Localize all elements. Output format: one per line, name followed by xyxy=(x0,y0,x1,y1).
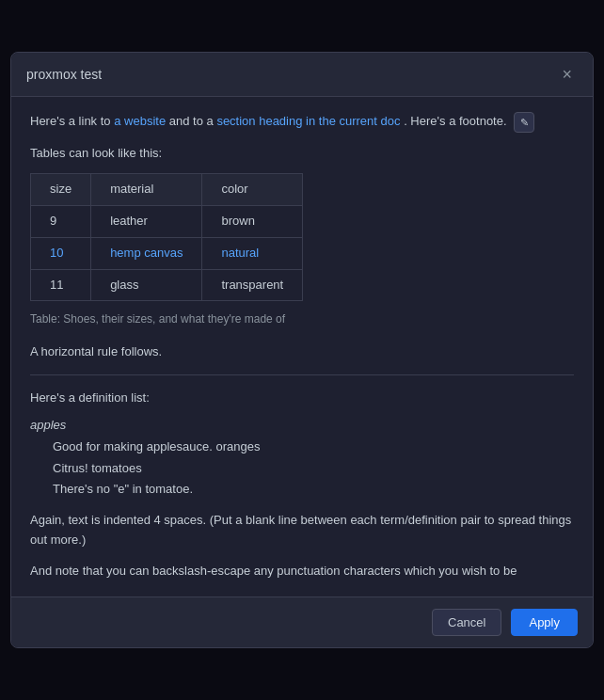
cell-size-11: 11 xyxy=(31,269,91,301)
cell-color-brown: brown xyxy=(202,205,303,237)
def-desc-tomato: There's no "e" in tomatoe. xyxy=(30,480,574,500)
note-text: Again, text is indented 4 spaces. (Put a… xyxy=(30,511,574,550)
def-term-apples: apples xyxy=(30,416,574,436)
table-row: 9 leather brown xyxy=(31,205,303,237)
modal-title: proxmox test xyxy=(26,67,102,82)
col-material: material xyxy=(91,174,202,206)
def-desc-apples: Good for making applesauce. oranges xyxy=(30,438,574,457)
shoes-table: size material color 9 leather brown 10 h… xyxy=(30,173,303,301)
tables-label: Tables can look like this: xyxy=(30,144,574,164)
table-caption: Table: Shoes, their sizes, and what they… xyxy=(30,310,574,328)
cell-size-10: 10 xyxy=(31,237,91,269)
horizontal-divider xyxy=(30,374,574,375)
def-desc-citrus: Citrus! tomatoes xyxy=(30,459,574,479)
table-header-row: size material color xyxy=(31,174,303,206)
close-button[interactable]: × xyxy=(556,64,578,85)
modal-body: Here's a link to a website and to a sect… xyxy=(11,97,593,596)
def-list-label: Here's a definition list: xyxy=(30,389,574,408)
website-link[interactable]: a website xyxy=(114,115,166,129)
cell-material-hemp: hemp canvas xyxy=(91,237,202,269)
cell-size-9: 9 xyxy=(31,205,91,237)
table-row: 10 hemp canvas natural xyxy=(31,237,303,269)
intro-text-end: . Here's a footnote. xyxy=(404,115,506,129)
apply-button[interactable]: Apply xyxy=(511,609,578,636)
intro-text-before: Here's a link to xyxy=(30,115,111,129)
truncated-text: And note that you can backslash-escape a… xyxy=(30,562,574,581)
cancel-button[interactable]: Cancel xyxy=(432,609,501,636)
modal-overlay: proxmox test × Here's a link to a websit… xyxy=(0,0,604,700)
cell-color-transparent: transparent xyxy=(202,269,303,301)
col-color: color xyxy=(202,174,303,206)
section-heading-link[interactable]: section heading in the current doc xyxy=(216,115,400,129)
cell-material-glass: glass xyxy=(91,269,202,301)
definition-list: apples Good for making applesauce. orang… xyxy=(30,416,574,500)
cell-material-leather: leather xyxy=(91,205,202,237)
edit-button[interactable]: ✎ xyxy=(514,112,534,133)
table-row: 11 glass transparent xyxy=(31,269,303,301)
modal-header: proxmox test × xyxy=(11,53,593,97)
intro-text-mid: and to a xyxy=(169,115,214,129)
hr-text: A horizontal rule follows. xyxy=(30,342,574,362)
modal-footer: Cancel Apply xyxy=(11,597,593,647)
modal-dialog: proxmox test × Here's a link to a websit… xyxy=(10,52,594,647)
intro-paragraph: Here's a link to a website and to a sect… xyxy=(30,112,574,133)
cell-color-natural: natural xyxy=(202,237,303,269)
edit-icon: ✎ xyxy=(520,117,529,129)
col-size: size xyxy=(31,174,91,206)
